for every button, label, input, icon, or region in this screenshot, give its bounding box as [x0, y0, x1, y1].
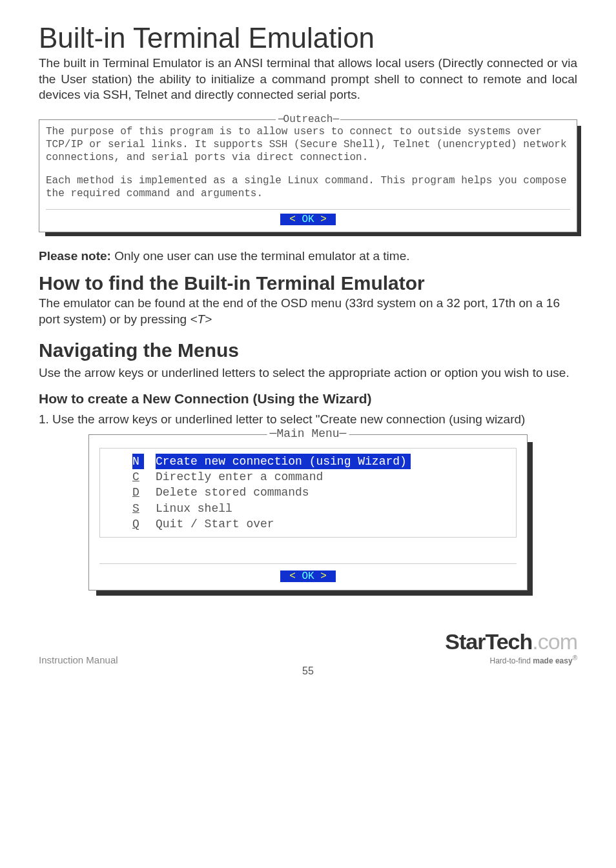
dialog-frame: ─Main Menu─ NCreate new connection (usin… [88, 434, 528, 590]
step-1: 1. Use the arrow keys or underlined lett… [39, 412, 577, 428]
footer-doc-type: Instruction Manual [39, 654, 118, 665]
note: Please note: Only one user can use the t… [39, 249, 577, 263]
menu-item-key: D [132, 485, 144, 500]
menu-item-key: S [132, 501, 144, 516]
dialog-text-1: The purpose of this program is to allow … [46, 125, 570, 164]
menu-item[interactable]: QQuit / Start over [107, 516, 509, 532]
dialog-title: ─Main Menu─ [267, 427, 349, 440]
page-number: 55 [302, 665, 314, 677]
section-find-emulator: How to find the Built-in Terminal Emulat… [39, 272, 577, 294]
intro-paragraph: The built in Terminal Emulator is an ANS… [39, 56, 577, 103]
note-text: Only one user can use the terminal emula… [111, 249, 410, 263]
section-navigating: Navigating the Menus [39, 339, 577, 361]
menu-item-key: C [132, 469, 144, 485]
menu-item-label: Create new connection (using Wizard) [156, 454, 411, 469]
page-footer: Instruction Manual StarTech.com Hard-to-… [39, 629, 577, 665]
brand-name-suffix: .com [532, 629, 577, 654]
menu-item-key: Q [132, 516, 144, 532]
dialog-text-2: Each method is implemented as a single L… [46, 174, 570, 200]
dialog-title: Outreach [276, 114, 340, 125]
menu-list: NCreate new connection (using Wizard)CDi… [99, 448, 517, 538]
menu-item-label: Quit / Start over [156, 516, 274, 532]
menu-item-label: Directly enter a command [156, 469, 323, 485]
ok-label: OK [302, 570, 314, 582]
key-t: <T> [190, 312, 212, 326]
brand-name-main: StarTech [445, 629, 532, 654]
menu-item-key: N [132, 454, 144, 469]
dialog-frame: Outreach The purpose of this program is … [39, 119, 577, 232]
menu-item[interactable]: CDirectly enter a command [107, 469, 509, 485]
main-menu-dialog: ─Main Menu─ NCreate new connection (usin… [88, 434, 528, 590]
menu-item[interactable]: SLinux shell [107, 501, 509, 516]
menu-item-label: Delete stored commands [156, 485, 309, 500]
subsection-new-connection: How to create a New Connection (Using th… [39, 391, 577, 407]
menu-item[interactable]: NCreate new connection (using Wizard) [107, 454, 509, 469]
outreach-dialog: Outreach The purpose of this program is … [39, 119, 577, 232]
navigating-body: Use the arrow keys or underlined letters… [39, 365, 577, 381]
ok-button[interactable]: < OK > [280, 214, 336, 225]
ok-button[interactable]: < OK > [280, 570, 336, 582]
menu-item[interactable]: DDelete stored commands [107, 485, 509, 500]
note-label: Please note: [39, 249, 111, 263]
menu-item-label: Linux shell [156, 501, 232, 516]
page-title: Built-in Terminal Emulation [39, 23, 577, 53]
ok-label: OK [302, 214, 314, 225]
find-emulator-body: The emulator can be found at the end of … [39, 296, 577, 327]
brand-logo: StarTech.com Hard-to-find made easy® [445, 629, 577, 665]
